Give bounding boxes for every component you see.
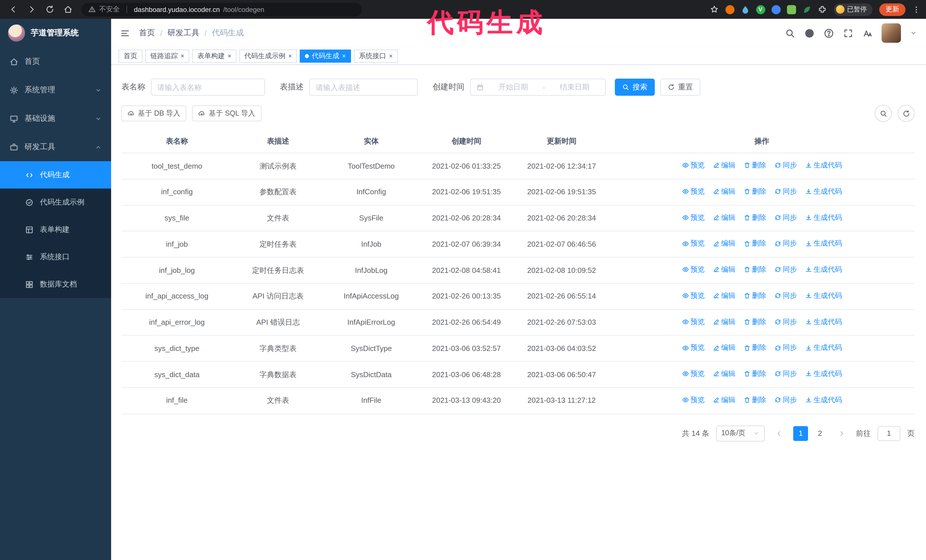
avatar[interactable] bbox=[882, 23, 901, 43]
bookmark-star-icon[interactable] bbox=[710, 5, 718, 14]
import-db-button[interactable]: 基于 DB 导入 bbox=[121, 106, 187, 121]
action-delete-link[interactable]: 删除 bbox=[743, 238, 766, 249]
page-button-2[interactable]: 2 bbox=[813, 426, 828, 441]
action-sync-link[interactable]: 同步 bbox=[774, 316, 797, 328]
tab-3[interactable]: 表单构建× bbox=[192, 49, 236, 62]
action-generate-code-link[interactable]: 生成代码 bbox=[805, 368, 842, 380]
github-icon[interactable] bbox=[805, 28, 814, 38]
sidebar-item-infra[interactable]: 基础设施 bbox=[0, 104, 111, 133]
extension-icon[interactable] bbox=[771, 5, 781, 14]
tab-2[interactable]: 链路追踪× bbox=[145, 49, 189, 62]
action-delete-link[interactable]: 删除 bbox=[743, 394, 766, 406]
action-delete-link[interactable]: 删除 bbox=[743, 368, 766, 380]
extension-icon[interactable] bbox=[817, 5, 826, 14]
breadcrumb-item[interactable]: 首页 bbox=[139, 28, 155, 38]
action-generate-code-link[interactable]: 生成代码 bbox=[805, 316, 842, 328]
help-icon[interactable] bbox=[824, 28, 834, 38]
action-preview-link[interactable]: 预览 bbox=[682, 211, 705, 223]
action-edit-link[interactable]: 编辑 bbox=[713, 342, 735, 354]
action-delete-link[interactable]: 删除 bbox=[743, 211, 766, 223]
action-preview-link[interactable]: 预览 bbox=[682, 290, 705, 302]
close-icon[interactable]: × bbox=[228, 53, 232, 59]
action-edit-link[interactable]: 编辑 bbox=[713, 160, 735, 171]
sidebar-subitem-codegen-example[interactable]: 代码生成示例 bbox=[0, 189, 111, 216]
tab-5[interactable]: 代码生成× bbox=[300, 49, 351, 62]
close-icon[interactable]: × bbox=[288, 53, 292, 59]
reset-button[interactable]: 重置 bbox=[660, 78, 701, 96]
paused-badge[interactable]: 已暂停 bbox=[834, 3, 872, 16]
action-sync-link[interactable]: 同步 bbox=[774, 238, 797, 249]
action-sync-link[interactable]: 同步 bbox=[774, 394, 797, 406]
action-generate-code-link[interactable]: 生成代码 bbox=[805, 342, 842, 354]
action-edit-link[interactable]: 编辑 bbox=[713, 368, 735, 380]
action-generate-code-link[interactable]: 生成代码 bbox=[805, 186, 842, 198]
browser-menu-icon[interactable] bbox=[912, 5, 920, 14]
extension-icon[interactable] bbox=[787, 5, 796, 14]
action-generate-code-link[interactable]: 生成代码 bbox=[805, 290, 842, 302]
action-delete-link[interactable]: 删除 bbox=[743, 160, 766, 171]
action-delete-link[interactable]: 删除 bbox=[743, 290, 766, 302]
action-sync-link[interactable]: 同步 bbox=[774, 160, 797, 171]
action-delete-link[interactable]: 删除 bbox=[743, 186, 766, 198]
hamburger-icon[interactable] bbox=[120, 28, 130, 38]
extension-icon[interactable] bbox=[725, 5, 734, 14]
action-generate-code-link[interactable]: 生成代码 bbox=[805, 394, 842, 406]
action-sync-link[interactable]: 同步 bbox=[774, 264, 797, 275]
sidebar-subitem-system-api[interactable]: 系统接口 bbox=[0, 243, 111, 270]
action-edit-link[interactable]: 编辑 bbox=[713, 186, 735, 198]
import-sql-button[interactable]: 基于 SQL 导入 bbox=[192, 106, 262, 121]
search-button[interactable]: 搜索 bbox=[615, 78, 655, 96]
refresh-table-button[interactable] bbox=[897, 105, 915, 122]
action-sync-link[interactable]: 同步 bbox=[774, 186, 797, 198]
sidebar-subitem-codegen[interactable]: 代码生成 bbox=[0, 161, 111, 189]
sidebar-item-tools[interactable]: 研发工具 bbox=[0, 133, 111, 161]
action-edit-link[interactable]: 编辑 bbox=[713, 316, 735, 328]
table-desc-input[interactable] bbox=[316, 83, 412, 91]
sidebar-subitem-form-builder[interactable]: 表单构建 bbox=[0, 216, 111, 243]
browser-home-icon[interactable] bbox=[64, 5, 73, 14]
search-icon[interactable] bbox=[785, 28, 795, 38]
extension-icon[interactable]: V bbox=[756, 5, 765, 14]
update-button[interactable]: 更新 bbox=[879, 3, 905, 16]
action-generate-code-link[interactable]: 生成代码 bbox=[805, 211, 842, 223]
address-bar[interactable]: 不安全 dashboard.yudao.iocoder.cn/tool/code… bbox=[82, 3, 362, 16]
action-sync-link[interactable]: 同步 bbox=[774, 368, 797, 380]
font-size-icon[interactable] bbox=[863, 28, 872, 38]
action-sync-link[interactable]: 同步 bbox=[774, 342, 797, 354]
table-name-input[interactable] bbox=[157, 83, 259, 91]
page-size-select[interactable]: 10条/页 bbox=[716, 425, 765, 441]
next-page-button[interactable] bbox=[834, 426, 849, 441]
action-edit-link[interactable]: 编辑 bbox=[713, 394, 735, 406]
action-edit-link[interactable]: 编辑 bbox=[713, 211, 735, 223]
browser-back-icon[interactable] bbox=[9, 5, 18, 14]
action-preview-link[interactable]: 预览 bbox=[682, 186, 705, 198]
extension-icon[interactable] bbox=[802, 5, 811, 14]
close-icon[interactable]: × bbox=[342, 53, 346, 59]
breadcrumb-item[interactable]: 研发工具 bbox=[168, 28, 200, 38]
action-delete-link[interactable]: 删除 bbox=[743, 342, 766, 354]
action-preview-link[interactable]: 预览 bbox=[682, 238, 705, 249]
action-preview-link[interactable]: 预览 bbox=[682, 316, 705, 328]
action-delete-link[interactable]: 删除 bbox=[743, 316, 766, 328]
action-preview-link[interactable]: 预览 bbox=[682, 368, 705, 380]
tab-4[interactable]: 代码生成示例× bbox=[239, 49, 297, 62]
action-delete-link[interactable]: 删除 bbox=[743, 264, 766, 275]
prev-page-button[interactable] bbox=[772, 426, 787, 441]
action-generate-code-link[interactable]: 生成代码 bbox=[805, 160, 842, 171]
action-preview-link[interactable]: 预览 bbox=[682, 394, 705, 406]
action-edit-link[interactable]: 编辑 bbox=[713, 290, 735, 302]
page-button-1[interactable]: 1 bbox=[793, 426, 808, 441]
sidebar-item-gear[interactable]: 系统管理 bbox=[0, 76, 111, 104]
action-edit-link[interactable]: 编辑 bbox=[713, 264, 735, 275]
tab-6[interactable]: 系统接口× bbox=[354, 49, 398, 62]
action-sync-link[interactable]: 同步 bbox=[774, 211, 797, 223]
fullscreen-icon[interactable] bbox=[843, 28, 853, 38]
action-preview-link[interactable]: 预览 bbox=[682, 342, 705, 354]
toggle-search-button[interactable] bbox=[875, 105, 892, 122]
browser-forward-icon[interactable] bbox=[27, 5, 36, 14]
action-edit-link[interactable]: 编辑 bbox=[713, 238, 735, 249]
close-icon[interactable]: × bbox=[389, 53, 393, 59]
action-sync-link[interactable]: 同步 bbox=[774, 290, 797, 302]
goto-page-input[interactable] bbox=[878, 426, 900, 441]
sidebar-item-home[interactable]: 首页 bbox=[0, 47, 111, 76]
